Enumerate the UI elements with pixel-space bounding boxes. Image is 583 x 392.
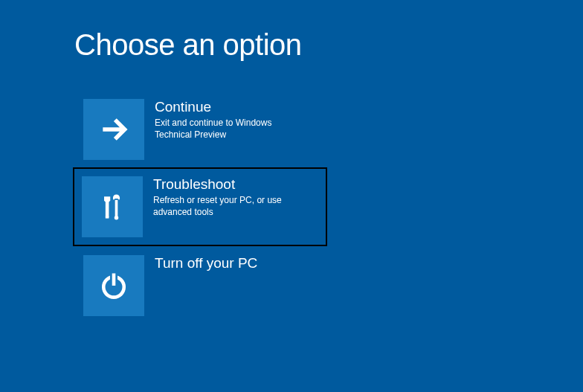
option-continue-title: Continue <box>155 99 303 115</box>
option-troubleshoot[interactable]: Troubleshoot Refresh or reset your PC, o… <box>82 176 318 237</box>
option-continue-wrapper: Continue Exit and continue to Windows Te… <box>74 90 326 169</box>
option-troubleshoot-title: Troubleshoot <box>153 176 302 193</box>
option-poweroff-text: Turn off your PC <box>155 255 257 273</box>
option-continue-text: Continue Exit and continue to Windows Te… <box>155 99 303 141</box>
svg-point-3 <box>115 216 119 220</box>
power-icon <box>83 255 144 316</box>
option-troubleshoot-text: Troubleshoot Refresh or reset your PC, o… <box>153 176 302 218</box>
option-troubleshoot-desc: Refresh or reset your PC, or use advance… <box>153 194 302 218</box>
svg-rect-2 <box>115 200 118 216</box>
svg-rect-1 <box>106 216 109 219</box>
option-continue-desc: Exit and continue to Windows Technical P… <box>155 117 303 141</box>
option-continue[interactable]: Continue Exit and continue to Windows Te… <box>83 99 317 160</box>
option-poweroff-title: Turn off your PC <box>155 255 257 271</box>
option-troubleshoot-wrapper: Troubleshoot Refresh or reset your PC, o… <box>73 167 327 246</box>
option-list: Continue Exit and continue to Windows Te… <box>74 90 583 325</box>
tools-icon <box>82 176 143 237</box>
arrow-right-icon <box>83 99 144 160</box>
option-poweroff-wrapper: Turn off your PC <box>74 246 326 325</box>
option-poweroff[interactable]: Turn off your PC <box>83 255 317 316</box>
page-title: Choose an option <box>74 28 583 62</box>
